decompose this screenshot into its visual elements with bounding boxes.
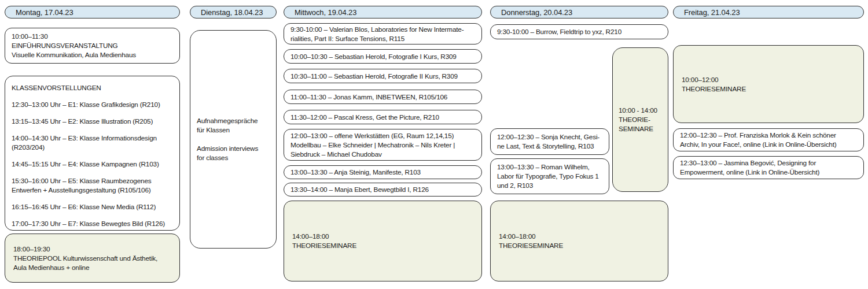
schedule-list-item: 17:00–17:30 Uhr – E7: Klasse Bewegtes Bi…: [12, 219, 177, 228]
event-text: 9:30-10:00 – Valerian Blos, Laboratories…: [290, 25, 479, 43]
day-header-thursday: Donnerstag, 20.04.23: [490, 6, 668, 18]
event-text: 10:30–11:00 – Sebastian Herold, Fotograf…: [290, 72, 479, 81]
event-klassenvorstellungen: KLASSENVORSTELLUNGEN 12:30–13:00 Uhr – E…: [5, 76, 180, 231]
event-text: Aufnahmegespräche für Klassen Admission …: [197, 116, 274, 162]
schedule-list-item: 14:00–14:30 Uhr – E3: Klasse Information…: [12, 134, 177, 152]
event-theorieseminare-morning: 10:00 - 14:00 THEORIE- SEMINARE: [612, 47, 668, 192]
schedule-list-item: 13:15–13:45 Uhr – E2: Klasse Illustratio…: [12, 117, 177, 126]
event-title: KLASSENVORSTELLUNGEN: [12, 83, 177, 92]
day-header-monday: Montag, 17.04.23: [5, 6, 180, 18]
day-header-tuesday: Dienstag, 18.04.23: [190, 6, 277, 18]
event-text: 10:00–10:30 – Sebastian Herold, Fotograf…: [290, 52, 479, 61]
event-text: 10:00–11:30 EINFÜHRUNGSVERANSTALTUNG Vis…: [12, 32, 177, 60]
event-valerian-blos: 9:30-10:00 – Valerian Blos, Laboratories…: [284, 23, 482, 45]
event-get-the-picture: 11:30–12:00 – Pascal Kress, Get the Pict…: [284, 110, 482, 124]
event-text: 12:30–13:00 – Jasmina Begović, Designing…: [680, 158, 861, 177]
event-text: 13:30–14:00 – Manja Ebert, Bewegtbild I,…: [290, 185, 479, 194]
schedule-list-item: 14:45–15:15 Uhr – E4: Klasse Kampagnen (…: [12, 160, 177, 169]
event-bewegtbild-1: 13:30–14:00 – Manja Ebert, Bewegtbild I,…: [284, 183, 482, 197]
schedule-list-item: 16:15–16:45 Uhr – E6: Klasse New Media (…: [12, 202, 177, 212]
day-header-friday: Freitag, 21.04.23: [673, 6, 864, 18]
event-text: 13:00–13:30 – Roman Wilhelm, Labor für T…: [497, 162, 606, 190]
event-text: 13:00–13:30 – Anja Steinig, Manifeste, R…: [290, 168, 479, 177]
event-fieldtrip: 9:30-10:00 – Burrow, Fieldtrip to yxz, R…: [490, 24, 668, 39]
event-text: 12:00–12:30 – Sonja Knecht, Gesi- ne Las…: [497, 132, 606, 151]
event-text: 10:00 - 14:00 THEORIE- SEMINARE: [619, 106, 665, 134]
event-text: 12:00–12:30 – Prof. Franziska Morlok & K…: [680, 131, 861, 149]
event-theorieseminare-wednesday: 14:00–18:00 THEORIESEMINARE: [284, 201, 482, 281]
event-inbetween: 11:00–11:30 – Jonas Kamm, INBETWEEN, R10…: [284, 90, 482, 104]
event-text-storytelling: 12:00–12:30 – Sonja Knecht, Gesi- ne Las…: [490, 128, 609, 155]
day-header-wednesday: Mittwoch, 19.04.23: [284, 6, 482, 18]
event-einfuehrungsveranstaltung: 10:00–11:30 EINFÜHRUNGSVERANSTALTUNG Vis…: [5, 28, 180, 64]
event-fotografie-1-kurs: 10:00–10:30 – Sebastian Herold, Fotograf…: [284, 49, 482, 64]
event-morlok-archiv: 12:00–12:30 – Prof. Franziska Morlok & K…: [673, 128, 864, 151]
event-aufnahmegespraeche: Aufnahmegespräche für Klassen Admission …: [190, 30, 277, 249]
event-text: 9:30-10:00 – Burrow, Fieldtrip to yxz, R…: [497, 27, 665, 36]
schedule-list-item: 12:30–13:00 Uhr – E1: Klasse Grafikdesig…: [12, 100, 177, 109]
event-text: 14:00–18:00 THEORIESEMINARE: [292, 232, 479, 250]
event-text: 18:00–19:30 THEORIEPOOL Kulturwissenscha…: [13, 244, 177, 272]
schedule-list-item: 15:30–16:00 Uhr – E5: Klasse Raumbezogen…: [12, 176, 177, 195]
event-text: 14:00–18:00 THEORIESEMINARE: [499, 232, 665, 250]
event-labor-typografie: 13:00–13:30 – Roman Wilhelm, Labor für T…: [490, 158, 609, 194]
event-fotografie-2-kurs: 10:30–11:00 – Sebastian Herold, Fotograf…: [284, 69, 482, 83]
event-offene-werkstaetten: 12:00–13:00 – offene Werkstätten (EG, Ra…: [284, 129, 482, 161]
event-manifeste: 13:00–13:30 – Anja Steinig, Manifeste, R…: [284, 165, 482, 179]
event-text: 11:30–12:00 – Pascal Kress, Get the Pict…: [290, 113, 479, 122]
event-text: 10:00–12:00 THEORIESEMINARE: [682, 75, 861, 94]
event-text: 12:00–13:00 – offene Werkstätten (EG, Ra…: [290, 131, 479, 159]
event-theorieseminare-thursday: 14:00–18:00 THEORIESEMINARE: [490, 201, 668, 281]
weekly-schedule: Montag, 17.04.23 10:00–11:30 EINFÜHRUNGS…: [0, 0, 868, 289]
event-theorieseminare-friday: 10:00–12:00 THEORIESEMINARE: [673, 45, 864, 123]
event-text: 11:00–11:30 – Jonas Kamm, INBETWEEN, R10…: [290, 92, 479, 102]
event-begovic-empowerment: 12:30–13:00 – Jasmina Begović, Designing…: [673, 156, 864, 179]
event-theoriepool: 18:00–19:30 THEORIEPOOL Kulturwissenscha…: [5, 234, 180, 283]
